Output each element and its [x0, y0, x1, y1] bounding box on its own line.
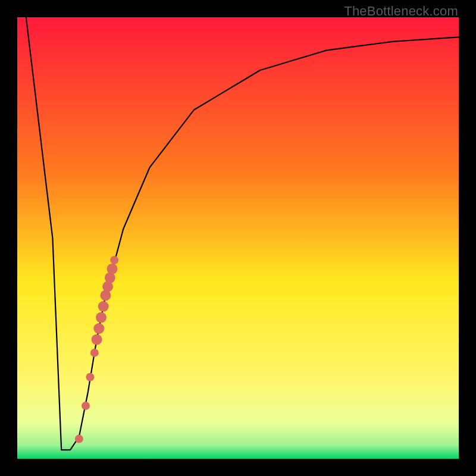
highlight-point — [110, 256, 118, 264]
highlight-point — [92, 334, 102, 345]
plot-area — [17, 17, 459, 459]
highlight-point — [82, 402, 90, 410]
highlight-point — [107, 264, 118, 274]
highlight-point — [93, 323, 104, 334]
highlight-point — [75, 435, 83, 443]
highlight-point — [90, 349, 99, 357]
highlight-point — [98, 301, 109, 312]
highlight-point — [96, 312, 107, 323]
highlight-point — [86, 373, 94, 381]
bottleneck-chart — [17, 17, 459, 459]
chart-frame: TheBottleneck.com — [0, 0, 476, 476]
